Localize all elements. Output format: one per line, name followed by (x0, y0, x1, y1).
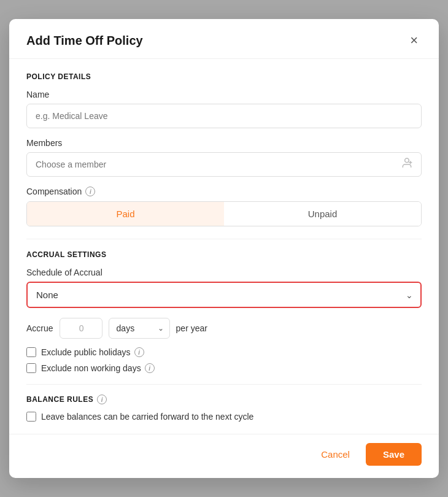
schedule-dropdown-wrap: None ⌄ (26, 282, 422, 308)
exclude-holidays-info-icon[interactable]: i (134, 347, 144, 357)
compensation-label-text: Compensation (26, 187, 82, 196)
exclude-holidays-label: Exclude public holidays i (41, 347, 144, 357)
add-time-off-policy-modal: Add Time Off Policy × POLICY DETAILS Nam… (9, 19, 439, 478)
exclude-nonworking-checkbox[interactable] (26, 363, 36, 373)
members-label: Members (26, 138, 422, 148)
accrue-unit-select[interactable]: days hours (109, 318, 170, 339)
exclude-nonworking-label: Exclude non working days i (41, 363, 155, 373)
unpaid-toggle[interactable]: Unpaid (224, 202, 421, 226)
close-button[interactable]: × (406, 33, 422, 48)
name-label: Name (26, 90, 422, 99)
carry-forward-row: Leave balances can be carried forward to… (26, 412, 422, 422)
name-form-group: Name (26, 90, 422, 128)
exclude-nonworking-row: Exclude non working days i (26, 363, 422, 373)
schedule-form-group: Schedule of Accrual None ⌄ (26, 268, 422, 308)
svg-point-0 (405, 158, 409, 163)
exclude-holidays-checkbox[interactable] (26, 347, 36, 357)
per-year-label: per year (176, 323, 207, 333)
name-input[interactable] (26, 104, 422, 128)
balance-rules-section: BALANCE RULES i Leave balances can be ca… (26, 384, 422, 422)
accrue-number-input[interactable] (60, 318, 102, 339)
accrue-unit-select-wrap: days hours ⌄ (109, 318, 170, 339)
add-member-icon (401, 157, 413, 172)
exclude-holidays-text: Exclude public holidays (41, 347, 131, 357)
exclude-holidays-row: Exclude public holidays i (26, 347, 422, 357)
carry-forward-label: Leave balances can be carried forward to… (41, 412, 253, 422)
compensation-info-icon[interactable]: i (85, 187, 95, 196)
schedule-dropdown[interactable]: None (26, 282, 422, 308)
schedule-label: Schedule of Accrual (26, 268, 422, 277)
section-divider (26, 239, 422, 239)
save-button[interactable]: Save (366, 443, 422, 466)
members-input-wrap (26, 152, 422, 177)
modal-body: POLICY DETAILS Name Members (9, 59, 439, 434)
accrue-row: Accrue days hours ⌄ per year (26, 318, 422, 339)
carry-forward-checkbox[interactable] (26, 412, 36, 422)
members-form-group: Members (26, 138, 422, 177)
compensation-toggle: Paid Unpaid (26, 201, 422, 226)
accrual-section: ACCRUAL SETTINGS Schedule of Accrual Non… (26, 250, 422, 373)
members-input[interactable] (26, 152, 422, 177)
compensation-label-row: Compensation i (26, 187, 422, 196)
carry-forward-text: Leave balances can be carried forward to… (41, 412, 253, 422)
balance-rules-info-icon[interactable]: i (97, 395, 107, 404)
balance-rules-title: BALANCE RULES (26, 395, 93, 404)
modal-title: Add Time Off Policy (26, 34, 143, 48)
paid-toggle[interactable]: Paid (27, 202, 224, 226)
accrual-section-title: ACCRUAL SETTINGS (26, 250, 422, 259)
accrue-label: Accrue (26, 323, 53, 333)
modal-footer: Cancel Save (9, 434, 439, 478)
compensation-form-group: Compensation i Paid Unpaid (26, 187, 422, 226)
cancel-button[interactable]: Cancel (314, 444, 357, 464)
modal-overlay: Add Time Off Policy × POLICY DETAILS Nam… (0, 0, 448, 497)
exclude-nonworking-info-icon[interactable]: i (145, 363, 155, 373)
balance-title-row: BALANCE RULES i (26, 395, 422, 404)
exclude-nonworking-text: Exclude non working days (41, 363, 141, 373)
policy-details-section-title: POLICY DETAILS (26, 72, 422, 81)
modal-header: Add Time Off Policy × (9, 19, 439, 59)
